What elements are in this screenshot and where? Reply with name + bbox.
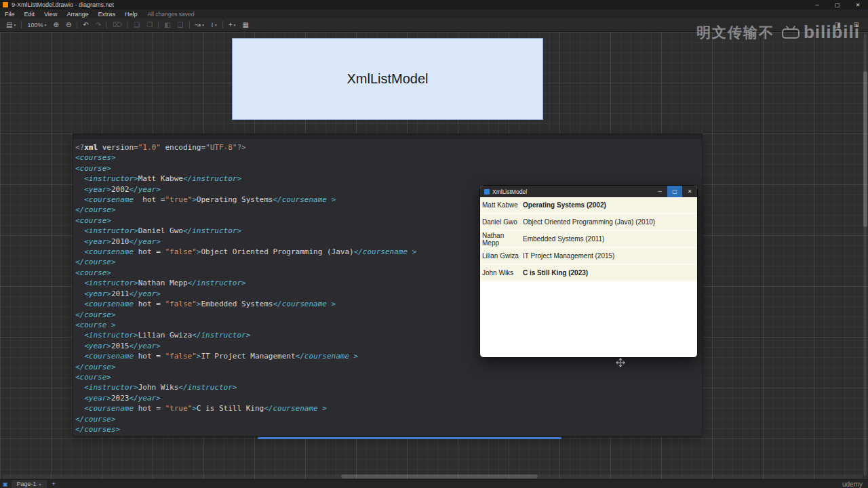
- list-item[interactable]: Daniel GwoObject Oriented Programming (J…: [480, 214, 697, 231]
- menu-extras[interactable]: Extras: [93, 11, 120, 18]
- app-window-controls: ─ ▢ ✕: [652, 186, 697, 197]
- minimize-button[interactable]: ─: [807, 0, 827, 9]
- fill-color-icon-glyph: ◧: [164, 21, 170, 28]
- menu-view[interactable]: View: [39, 11, 62, 18]
- zoom-in-icon[interactable]: ⊕: [50, 21, 62, 28]
- footer-bar: ▣ Page-1 ▾ + udemy: [0, 479, 868, 488]
- to-front-icon-glyph: ❏: [134, 21, 140, 28]
- code-line: <course>: [75, 372, 702, 382]
- redo-icon-glyph: ↷: [96, 21, 101, 28]
- connection-icon[interactable]: ↝▾: [192, 21, 208, 28]
- list-item[interactable]: Lilian GwizaIT Project Management (2015): [480, 248, 697, 265]
- code-token: </course>: [75, 310, 116, 319]
- save-status[interactable]: All changes saved: [147, 11, 194, 18]
- undo-icon[interactable]: ↶: [79, 21, 92, 28]
- code-token: <course >: [75, 321, 116, 329]
- code-token: </year>: [130, 289, 161, 298]
- code-token: [75, 331, 84, 340]
- zoom-out-icon-glyph: ⊖: [66, 21, 71, 28]
- chevron-down-icon: ▾: [39, 482, 41, 487]
- add-page-button[interactable]: +: [47, 481, 61, 487]
- code-token: [75, 404, 84, 413]
- chevron-down-icon: ▾: [234, 22, 236, 27]
- code-token: [75, 237, 84, 246]
- code-token: </course>: [75, 205, 116, 214]
- app-minimize-button[interactable]: ─: [652, 186, 667, 197]
- undo-icon-glyph: ↶: [83, 21, 88, 28]
- pages-icon[interactable]: ▣: [3, 481, 8, 487]
- to-back-icon[interactable]: ❐: [143, 21, 156, 28]
- maximize-button[interactable]: ▢: [827, 0, 848, 9]
- title-shape[interactable]: XmlListModel: [232, 38, 543, 120]
- insert-icon-glyph: +: [229, 21, 233, 28]
- code-token: Embedded Systems: [201, 300, 273, 308]
- code-token: "true": [165, 404, 192, 413]
- insert-icon[interactable]: +▾: [225, 21, 239, 28]
- app-maximize-button[interactable]: ▢: [667, 186, 682, 197]
- code-token: <?: [75, 143, 84, 152]
- code-token: [75, 352, 84, 361]
- menu-file[interactable]: File: [0, 11, 20, 18]
- toolbar-divider: [106, 21, 107, 28]
- delete-icon[interactable]: ⌦: [109, 21, 125, 28]
- menu-edit[interactable]: Edit: [20, 11, 40, 18]
- app-window-icon: [484, 189, 490, 195]
- toolbar-items: ▤▾100%▾⊕⊖↶↷⌦❏❐◧❑↝▾≀▾+▾▦: [3, 21, 252, 28]
- horizontal-scrollbar-thumb[interactable]: [341, 474, 538, 479]
- redo-icon[interactable]: ↷: [92, 21, 104, 28]
- code-token: </year>: [130, 342, 161, 350]
- code-token: IT Project Management: [201, 352, 295, 361]
- code-token: C is Still King: [197, 404, 264, 413]
- course-name: Embedded Systems (2011): [523, 235, 604, 243]
- waypoints-icon[interactable]: ≀▾: [208, 21, 220, 28]
- menubar-items: FileEditViewArrangeExtrasHelp: [0, 11, 142, 18]
- code-token: [75, 300, 84, 308]
- expand-icon[interactable]: ⊞: [850, 21, 863, 28]
- zoom-out-icon[interactable]: ⊖: [62, 21, 75, 28]
- code-token: </coursename >: [296, 352, 359, 361]
- code-line: </course>: [75, 414, 702, 424]
- menu-help[interactable]: Help: [120, 11, 142, 18]
- chevron-down-icon: ▾: [14, 22, 16, 27]
- vertical-scrollbar[interactable]: [863, 34, 867, 476]
- horizontal-scrollbar[interactable]: [2, 474, 863, 479]
- list-item[interactable]: Nathan MeppEmbedded Systems (2011): [480, 231, 697, 248]
- code-token: </instructor>: [192, 331, 250, 340]
- code-token: "UTF-8": [205, 143, 237, 152]
- instructor-name: Daniel Gwo: [482, 218, 521, 226]
- window-title: 9-XmlListModel.drawio - diagrams.net: [12, 1, 114, 8]
- code-token: hot =: [134, 404, 165, 413]
- app-window-title: XmlListModel: [492, 188, 527, 195]
- code-scrollbar-thumb[interactable]: [258, 437, 561, 439]
- code-token: Operating Systems: [197, 195, 273, 204]
- code-token: "false": [165, 352, 196, 361]
- delete-icon-glyph: ⌦: [113, 21, 122, 28]
- course-name: C is Still King (2023): [523, 269, 588, 277]
- code-token: <instructor>: [84, 383, 138, 392]
- shadow-icon[interactable]: ❑: [174, 21, 187, 28]
- close-button[interactable]: ✕: [848, 0, 868, 9]
- instructor-name: John Wiks: [482, 269, 521, 277]
- view-icon[interactable]: ▤▾: [3, 21, 19, 28]
- to-front-icon[interactable]: ❏: [130, 21, 143, 28]
- code-token: </year>: [130, 394, 161, 403]
- diagram-canvas[interactable]: XmlListModel <?xml version="1.0" encodin…: [0, 32, 868, 479]
- list-item[interactable]: John WiksC is Still King (2023): [480, 265, 697, 282]
- format-panel-toggle-icon[interactable]: ◨: [831, 21, 844, 28]
- code-token: 2015: [111, 342, 130, 350]
- code-token: <coursename: [84, 404, 134, 413]
- zoom-select[interactable]: 100%▾: [24, 22, 50, 28]
- chevron-down-icon: ▾: [45, 22, 47, 27]
- page-tab[interactable]: Page-1 ▾: [12, 480, 47, 488]
- drawio-app-icon: [3, 2, 8, 7]
- code-token: </year>: [130, 237, 161, 246]
- table-icon[interactable]: ▦: [239, 21, 252, 28]
- list-item[interactable]: Matt KabweOperating Systems (2002): [480, 197, 697, 214]
- menu-arrange[interactable]: Arrange: [62, 11, 93, 18]
- fill-color-icon[interactable]: ◧: [161, 21, 174, 28]
- code-token: [75, 195, 84, 204]
- vertical-scrollbar-thumb[interactable]: [863, 71, 867, 227]
- app-close-button[interactable]: ✕: [682, 186, 697, 197]
- code-token: <instructor>: [84, 174, 138, 183]
- code-line: <coursename hot = "true">C is Still King…: [75, 403, 702, 413]
